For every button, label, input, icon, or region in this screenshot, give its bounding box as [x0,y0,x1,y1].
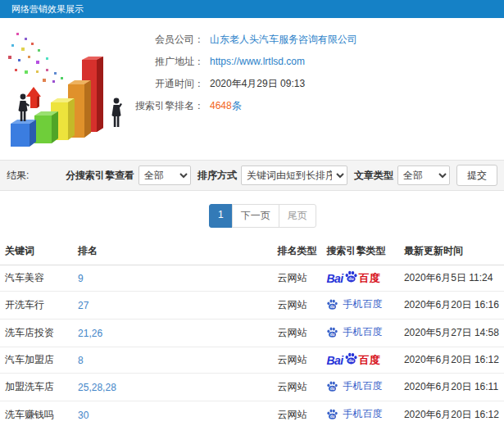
baidu-paw-icon: du [326,326,338,338]
updated-cell: 2020年6月20日 16:12 [399,401,504,426]
rank-link[interactable]: 9 [78,273,84,284]
rank-cell: 21,26 [73,320,272,347]
table-row: 汽车美容9云网站Bai du 百度2020年6月5日 11:24 [0,265,504,292]
header-updated: 最新更新时间 [399,238,504,265]
info-row: 搜索引擎排名：4648条 [134,99,504,114]
baidu-logo: Bai du 百度 [326,353,379,367]
baidu-logo: Bai du 百度 [326,271,379,285]
rank-type-cell: 云网站 [272,320,321,347]
keyword-cell: 洗车店投资 [0,320,73,347]
engine-cell: Bai du 百度 [321,265,398,292]
filter-bar: 结果: 分搜索引擎查看 全部 排序方式 关键词由短到长排序 文章类型 全部 提交 [0,160,504,191]
keyword-cell: 汽车加盟店 [0,347,73,374]
mobile-baidu-text: 手机百度 [343,297,382,311]
sort-select[interactable]: 关键词由短到长排序 [241,165,347,185]
table-row: 洗车店投资21,26云网站 du 手机百度2020年5月27日 14:58 [0,320,504,347]
page-title: 网络营销效果展示 [11,4,84,14]
rank-type-cell: 云网站 [272,292,321,320]
table-row: 加盟洗车店25,28,28云网站 du 手机百度2020年6月20日 16:11 [0,374,504,401]
info-row: 推广地址：https://www.lrtlsd.com [134,55,504,70]
table-row: 开洗车行27云网站 du 手机百度2020年6月20日 16:16 [0,292,504,320]
mobile-baidu-text: 手机百度 [343,379,382,393]
info-list: 会员公司：山东老人头汽车服务咨询有限公司推广地址：https://www.lrt… [134,33,504,121]
rank-link[interactable]: 30 [78,410,89,421]
updated-cell: 2020年6月20日 16:16 [399,292,504,320]
last-page-button[interactable]: 尾页 [279,204,316,228]
baidu-paw-icon: du [326,408,338,420]
table-header-row: 关键词 排名 排名类型 搜索引擎类型 最新更新时间 [0,238,504,265]
promotion-url-link-label: 推广地址： [134,55,204,69]
baidu-paw-icon: du [326,380,338,392]
opening-time-value-label: 开通时间： [134,77,204,91]
search-engine-rank-count-label: 搜索引擎排名： [134,99,204,113]
member-company-link[interactable]: 山东老人头汽车服务咨询有限公司 [210,33,357,47]
mobile-baidu-text: 手机百度 [343,325,382,339]
updated-cell: 2020年5月27日 14:58 [399,320,504,347]
next-page-button[interactable]: 下一页 [232,204,279,228]
page-1-button[interactable]: 1 [209,204,233,228]
results-table: 关键词 排名 排名类型 搜索引擎类型 最新更新时间 汽车美容9云网站Bai du… [0,238,504,426]
keyword-cell: 洗车赚钱吗 [0,401,73,426]
engine-cell: du 手机百度 [321,374,398,401]
engine-cell: du 手机百度 [321,320,398,347]
rank-link[interactable]: 8 [78,355,84,366]
promotion-url-link[interactable]: https://www.lrtlsd.com [210,56,305,67]
baidu-cn-text: 百度 [359,273,380,283]
updated-cell: 2020年6月20日 16:12 [399,347,504,374]
header-engine-type: 搜索引擎类型 [321,238,398,265]
bar-green [34,111,58,143]
baidu-bai-text: Bai [326,273,343,284]
article-type-select[interactable]: 全部 [397,165,450,185]
businessman-left [19,94,30,121]
mobile-baidu-logo: du 手机百度 [326,379,382,393]
mobile-baidu-logo: du 手机百度 [326,297,382,311]
rank-count-number: 4648 [210,100,232,111]
info-row: 会员公司：山东老人头汽车服务咨询有限公司 [134,33,504,48]
baidu-paw-icon: du [344,351,358,365]
opening-time-value: 2020年4月29日 09:13 [210,77,305,91]
rank-type-cell: 云网站 [272,401,321,426]
rank-cell: 8 [73,347,272,374]
rank-type-cell: 云网站 [272,374,321,401]
rank-count-unit: 条 [232,100,242,111]
rank-type-cell: 云网站 [272,347,321,374]
bar-chart-illustration [0,23,149,157]
baidu-cn-text: 百度 [359,355,380,365]
submit-button[interactable]: 提交 [456,165,497,186]
rank-cell: 9 [73,265,272,292]
rank-cell: 30 [73,401,272,426]
bar-blue [11,120,36,147]
svg-text:du: du [330,333,335,337]
rank-link[interactable]: 25,28,28 [78,382,116,393]
engine-cell: du 手机百度 [321,292,398,320]
search-engine-rank-count: 4648条 [210,99,242,113]
svg-text:du: du [348,358,353,363]
header-rank: 排名 [73,238,272,265]
member-company-link-label: 会员公司： [134,33,204,47]
header-rank-type: 排名类型 [272,238,321,265]
mobile-baidu-text: 手机百度 [343,407,382,421]
engine-cell: Bai du 百度 [321,347,398,374]
result-label: 结果: [7,169,29,183]
baidu-paw-icon: du [344,270,358,283]
summary-section: 会员公司：山东老人头汽车服务咨询有限公司推广地址：https://www.lrt… [0,18,504,160]
mobile-baidu-logo: du 手机百度 [326,325,382,339]
header-keyword: 关键词 [0,238,73,265]
keyword-cell: 加盟洗车店 [0,374,73,401]
engine-filter-select[interactable]: 全部 [138,165,191,185]
rank-type-cell: 云网站 [272,265,321,292]
keyword-cell: 开洗车行 [0,292,73,320]
engine-filter-label: 分搜索引擎查看 [66,169,134,183]
updated-cell: 2020年6月20日 16:11 [399,374,504,401]
rank-link[interactable]: 27 [78,300,89,311]
keyword-cell: 汽车美容 [0,265,73,292]
businessman-right [112,98,123,127]
rank-cell: 25,28,28 [73,374,272,401]
table-row: 汽车加盟店8云网站Bai du 百度2020年6月20日 16:12 [0,347,504,374]
rank-link[interactable]: 21,26 [78,328,102,339]
pagination: 1 下一页 尾页 [209,204,316,228]
updated-cell: 2020年6月5日 11:24 [399,265,504,292]
page-header: 网络营销效果展示 [0,0,504,18]
svg-text:du: du [348,276,353,281]
mobile-baidu-logo: du 手机百度 [326,407,382,421]
